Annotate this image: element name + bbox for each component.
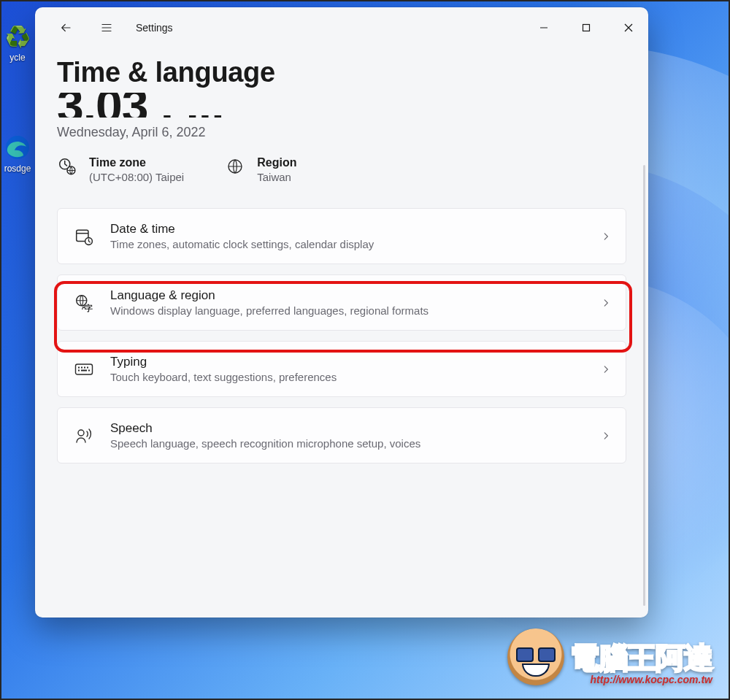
current-date: Wednesday, April 6, 2022 xyxy=(57,125,626,140)
page-title: Time & language xyxy=(57,57,626,88)
svg-rect-13 xyxy=(84,366,85,368)
desktop-icon-label: ycle xyxy=(1,53,34,63)
svg-rect-1 xyxy=(583,25,590,31)
minimize-button[interactable] xyxy=(527,15,561,40)
recycle-bin-icon: ♻️ xyxy=(3,22,32,51)
keyboard-icon xyxy=(74,359,94,380)
settings-window: Settings Time & language 3.03 . ... Wedn… xyxy=(35,7,648,618)
close-icon xyxy=(624,23,633,32)
page-content: Time & language 3.03 . ... Wednesday, Ap… xyxy=(35,48,648,618)
svg-rect-10 xyxy=(76,364,93,374)
nav-menu-button[interactable] xyxy=(91,12,123,44)
desktop-icon-label: rosdge xyxy=(1,164,34,174)
close-button[interactable] xyxy=(612,15,645,40)
row-title: Typing xyxy=(110,355,585,369)
svg-rect-12 xyxy=(81,366,82,368)
row-desc: Time zones, automatic clock settings, ca… xyxy=(110,238,585,250)
region-value: Taiwan xyxy=(257,171,296,183)
current-time: 3.03 . ... xyxy=(57,93,626,118)
desktop: ♻️ ycle rosdge Settings xyxy=(1,1,729,699)
region-label: Region xyxy=(257,156,296,169)
language-globe-icon: 字A xyxy=(74,293,94,313)
maximize-button[interactable] xyxy=(569,15,603,40)
scrollbar[interactable] xyxy=(643,165,645,606)
calendar-clock-icon xyxy=(74,226,94,247)
back-button[interactable] xyxy=(50,12,82,44)
row-desc: Windows display language, preferred lang… xyxy=(110,304,585,317)
desktop-icon-recycle-bin[interactable]: ♻️ ycle xyxy=(1,22,34,63)
row-desc: Touch keyboard, text suggestions, prefer… xyxy=(110,371,585,383)
watermark: 電腦王阿達 http://www.kocpc.com.tw xyxy=(507,628,712,685)
globe-icon xyxy=(225,156,245,177)
row-title: Language & region xyxy=(110,288,585,303)
chevron-right-icon xyxy=(601,431,611,441)
row-language-region[interactable]: 字A Language & region Windows display lan… xyxy=(57,274,626,331)
chevron-right-icon xyxy=(601,298,611,308)
svg-rect-14 xyxy=(87,366,88,368)
chevron-right-icon xyxy=(601,364,611,374)
watermark-avatar-icon xyxy=(507,628,564,685)
region-card[interactable]: Region Taiwan xyxy=(225,156,296,183)
timezone-value: (UTC+08:00) Taipei xyxy=(89,171,184,183)
arrow-left-icon xyxy=(59,21,72,34)
hamburger-icon xyxy=(100,21,113,34)
svg-rect-15 xyxy=(78,369,80,371)
speech-icon xyxy=(74,426,94,446)
clock-globe-icon xyxy=(57,156,77,177)
row-title: Date & time xyxy=(110,222,585,236)
timezone-card[interactable]: Time zone (UTC+08:00) Taipei xyxy=(57,156,184,183)
minimize-icon xyxy=(539,23,548,32)
svg-rect-17 xyxy=(88,369,90,371)
timezone-label: Time zone xyxy=(89,156,184,169)
desktop-icon-edge[interactable]: rosdge xyxy=(1,133,34,174)
app-title: Settings xyxy=(136,22,173,34)
row-desc: Speech language, speech recognition micr… xyxy=(110,437,585,450)
watermark-text: 電腦王阿達 xyxy=(570,638,712,678)
row-typing[interactable]: Typing Touch keyboard, text suggestions,… xyxy=(57,341,626,397)
maximize-icon xyxy=(582,23,591,32)
row-date-time[interactable]: Date & time Time zones, automatic clock … xyxy=(57,208,626,264)
svg-text:A: A xyxy=(82,303,87,310)
chevron-right-icon xyxy=(601,231,611,242)
row-title: Speech xyxy=(110,421,585,436)
row-speech[interactable]: Speech Speech language, speech recogniti… xyxy=(57,407,626,464)
edge-icon xyxy=(3,133,32,162)
svg-rect-16 xyxy=(81,369,87,371)
svg-point-18 xyxy=(78,430,84,436)
titlebar: Settings xyxy=(35,7,648,48)
watermark-url: http://www.kocpc.com.tw xyxy=(570,674,712,685)
svg-rect-11 xyxy=(78,366,80,368)
